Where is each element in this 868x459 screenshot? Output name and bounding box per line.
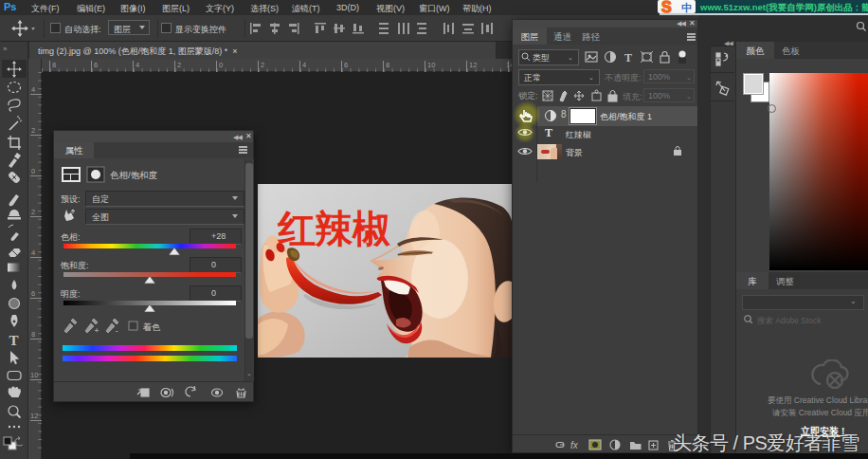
svg-text:2: 2 — [177, 61, 181, 69]
svg-text:0: 0 — [219, 61, 223, 69]
svg-text:12: 12 — [30, 412, 38, 420]
svg-text:2: 2 — [31, 208, 35, 216]
svg-text:fx: fx — [570, 440, 579, 450]
svg-text:8: 8 — [31, 330, 35, 339]
svg-text:4: 4 — [136, 61, 139, 69]
svg-text:2: 2 — [261, 61, 264, 69]
svg-text:T: T — [9, 333, 19, 348]
svg-text:6: 6 — [31, 289, 35, 298]
svg-text:10: 10 — [30, 371, 38, 379]
svg-text:8: 8 — [386, 61, 389, 69]
svg-text:12: 12 — [469, 61, 477, 69]
svg-text:-: - — [116, 327, 118, 334]
svg-text:T: T — [624, 51, 632, 64]
svg-text:S: S — [661, 0, 672, 14]
svg-text:4: 4 — [302, 61, 306, 69]
svg-text:0: 0 — [31, 167, 35, 175]
svg-text:10: 10 — [427, 61, 435, 69]
svg-text:4: 4 — [31, 248, 35, 257]
svg-text:+: + — [95, 327, 99, 334]
svg-text:6: 6 — [94, 61, 98, 69]
svg-text:4: 4 — [31, 85, 35, 94]
svg-text:2: 2 — [31, 126, 35, 135]
svg-text:红辣椒: 红辣椒 — [277, 208, 391, 249]
svg-text:8: 8 — [52, 61, 56, 69]
svg-text:6: 6 — [344, 61, 348, 69]
